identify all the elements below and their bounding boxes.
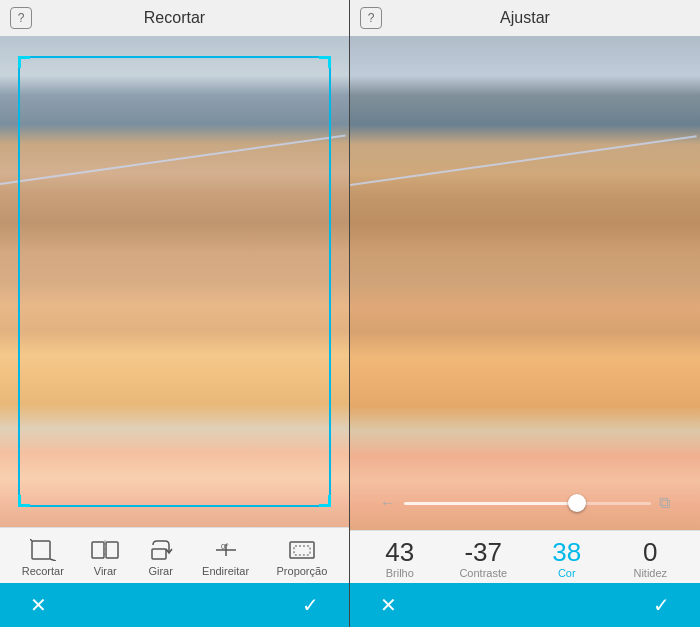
adjust-brilho[interactable]: 43 Brilho (365, 539, 435, 579)
left-photo (0, 36, 349, 527)
rotate-icon (147, 538, 175, 562)
straighten-icon: 0° (212, 538, 240, 562)
brilho-value: 43 (385, 539, 414, 565)
proportion-label: Proporção (277, 565, 328, 577)
right-image-area: ← ⧉ (350, 36, 700, 530)
left-toolbar: Recortar Virar (0, 527, 349, 583)
nitidez-label: Nitidez (633, 567, 667, 579)
flip-label: Virar (94, 565, 117, 577)
straighten-label: Endireitar (202, 565, 249, 577)
tool-rotate[interactable]: Girar (141, 536, 181, 579)
svg-rect-11 (294, 546, 310, 555)
right-photo (350, 36, 700, 530)
cor-label: Cor (558, 567, 576, 579)
crop-label: Recortar (22, 565, 64, 577)
slider-arrow-left[interactable]: ← (380, 494, 396, 512)
contraste-label: Contraste (459, 567, 507, 579)
crop-corner-bl (18, 495, 30, 507)
svg-rect-0 (32, 541, 50, 559)
brilho-label: Brilho (386, 567, 414, 579)
slider-fill (404, 502, 577, 505)
left-panel: ? Recortar (0, 0, 350, 627)
right-cancel-button[interactable]: ✕ (370, 589, 407, 621)
right-diagonal-line (350, 135, 697, 186)
rotate-label: Girar (148, 565, 172, 577)
adjust-contraste[interactable]: -37 Contraste (448, 539, 518, 579)
adjust-nitidez[interactable]: 0 Nitidez (615, 539, 685, 579)
crop-icon (29, 538, 57, 562)
svg-rect-4 (106, 542, 118, 558)
left-cancel-button[interactable]: ✕ (20, 589, 57, 621)
copy-icon[interactable]: ⧉ (659, 494, 670, 512)
diagonal-line (0, 135, 346, 186)
left-help-button[interactable]: ? (10, 7, 32, 29)
crop-overlay[interactable] (18, 56, 331, 507)
contraste-value: -37 (464, 539, 502, 565)
adjust-toolbar: 43 Brilho -37 Contraste 38 Cor 0 Nitidez (350, 530, 700, 583)
slider-thumb[interactable] (568, 494, 586, 512)
crop-corner-br (319, 495, 331, 507)
nitidez-value: 0 (643, 539, 657, 565)
left-action-bar: ✕ ✓ (0, 583, 349, 627)
right-header: ? Ajustar (350, 0, 700, 36)
right-action-bar: ✕ ✓ (350, 583, 700, 627)
svg-line-1 (30, 539, 32, 541)
svg-rect-10 (290, 542, 314, 558)
left-confirm-button[interactable]: ✓ (292, 589, 329, 621)
svg-text:0°: 0° (221, 542, 229, 551)
cor-value: 38 (552, 539, 581, 565)
right-panel-title: Ajustar (500, 9, 550, 27)
adjust-values-row: 43 Brilho -37 Contraste 38 Cor 0 Nitidez (354, 539, 696, 579)
tool-proportion[interactable]: Proporção (271, 536, 334, 579)
right-panel: ? Ajustar ← ⧉ 43 Brilho (350, 0, 700, 627)
svg-line-2 (50, 559, 56, 561)
tool-straighten[interactable]: 0° Endireitar (196, 536, 255, 579)
slider-area: ← ⧉ (350, 494, 700, 512)
adjust-cor[interactable]: 38 Cor (532, 539, 602, 579)
tool-flip[interactable]: Virar (85, 536, 125, 579)
tools-row: Recortar Virar (0, 536, 349, 579)
proportion-icon (288, 538, 316, 562)
svg-rect-6 (152, 549, 166, 559)
tool-crop[interactable]: Recortar (16, 536, 70, 579)
left-header: ? Recortar (0, 0, 349, 36)
svg-rect-3 (92, 542, 104, 558)
right-help-button[interactable]: ? (360, 7, 382, 29)
right-confirm-button[interactable]: ✓ (643, 589, 680, 621)
crop-corner-tr (319, 56, 331, 68)
crop-corner-tl (18, 56, 30, 68)
slider-track[interactable] (404, 502, 651, 505)
left-image-area (0, 36, 349, 527)
left-panel-title: Recortar (144, 9, 205, 27)
flip-icon (91, 538, 119, 562)
